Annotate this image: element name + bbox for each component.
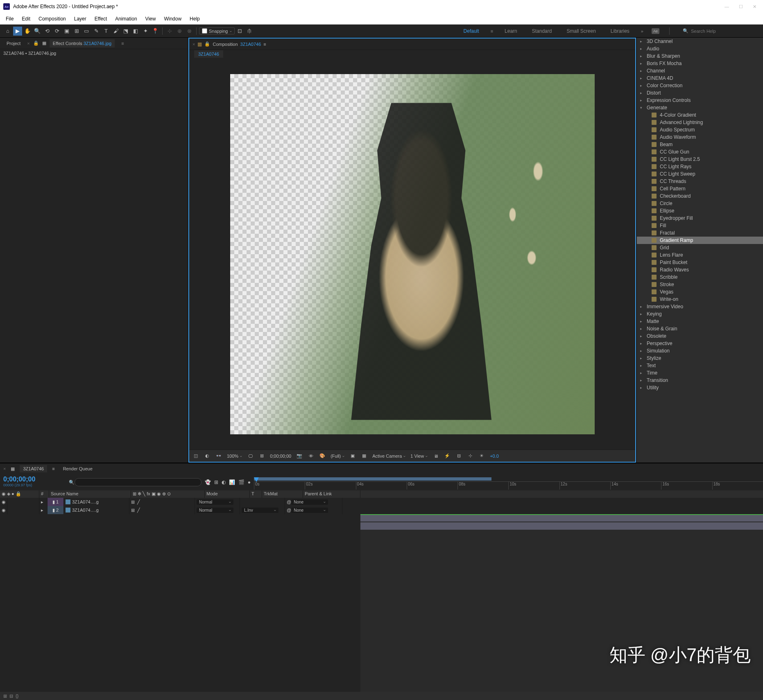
type-tool[interactable]: T [102,27,111,36]
effect-cat[interactable]: CINEMA 4D [637,75,763,82]
frame-blend-icon[interactable]: ⊞ [214,479,218,485]
orbit-tool[interactable]: ⟲ [43,27,52,36]
panel-menu-icon[interactable]: ≡ [121,41,124,46]
time-ruler[interactable]: 0s02s04s06s08s10s12s14s16s18s [254,474,763,490]
grid-icon[interactable]: ⊞ [258,453,265,459]
flowchart-icon[interactable]: ⊹ [467,453,473,459]
timeline-tab[interactable]: 3Z1A0746 [20,465,47,472]
lock-icon[interactable]: 🔒 [33,41,39,46]
pen-tool[interactable]: ✎ [92,27,101,36]
effect-cat-generate[interactable]: Generate [637,104,763,111]
timeline-search-input[interactable] [75,478,202,486]
timeline-tracks[interactable] [360,514,763,692]
alpha-icon[interactable]: ◫ [192,453,199,459]
effect-item[interactable]: Eyedropper Fill [637,215,763,222]
effect-cat[interactable]: Boris FX Mocha [637,60,763,67]
menu-layer[interactable]: Layer [70,14,91,23]
puppet-tool[interactable]: 📍 [151,27,160,36]
trkmat-dropdown[interactable]: L.Inv [242,508,278,513]
toggle-switches-icon[interactable]: ⊞ [3,693,7,699]
rect-tool[interactable]: ▭ [82,27,91,36]
shy-icon[interactable]: 👻 [205,479,211,485]
effect-item[interactable]: Grid [637,244,763,251]
viewer[interactable] [189,59,635,449]
mode-dropdown[interactable]: Normal [197,508,233,513]
effect-item[interactable]: 4-Color Gradient [637,111,763,119]
lock-icon[interactable]: 🔒 [204,41,210,47]
effect-item[interactable]: CC Light Burst 2.5 [637,156,763,163]
draft-3d-icon[interactable]: 🎬 [238,479,245,485]
comp-name[interactable]: 3Z1A0746 [240,42,261,47]
workspace-libraries[interactable]: Libraries [607,28,633,34]
visibility-icon[interactable]: ◉ [0,506,7,514]
col-source[interactable]: Source Name [49,490,131,498]
transparency-icon[interactable]: ▦ [361,453,367,459]
camera-tool[interactable]: ▣ [62,27,71,36]
selection-tool[interactable]: ▶ [13,27,22,36]
motion-blur-icon[interactable]: ◐ [222,479,226,485]
workspace-default[interactable]: Default [460,28,482,34]
effect-item[interactable]: CC Light Sweep [637,170,763,178]
effect-cat[interactable]: Color Correction [637,82,763,89]
menu-file[interactable]: File [2,14,18,23]
effect-cat[interactable]: Expression Controls [637,97,763,104]
current-time[interactable]: 0;00;00;00 [270,454,291,458]
col-num[interactable]: # [39,490,49,498]
resolution-icon[interactable]: 🖵 [247,453,254,459]
menu-animation[interactable]: Animation [111,14,141,23]
effect-item[interactable]: Stroke [637,281,763,288]
zoom-tool[interactable]: 🔍 [33,27,42,36]
parent-dropdown[interactable]: None [291,508,328,513]
local-axis-icon[interactable]: ⊹ [165,27,174,36]
snap-grid-icon[interactable]: ⊡ [235,27,245,36]
menu-view[interactable]: View [141,14,160,23]
render-queue-tab[interactable]: Render Queue [60,465,96,472]
effect-item[interactable]: Advanced Lightning [637,119,763,126]
toggle-switches-icon3[interactable]: {} [16,693,18,698]
view-axis-icon[interactable]: ⊗ [185,27,194,36]
effect-cat[interactable]: Noise & Grain [637,325,763,332]
channel-icon[interactable]: ◐ [204,453,211,459]
exposure-value[interactable]: +0.0 [490,454,499,458]
effect-item[interactable]: CC Threads [637,178,763,185]
pixel-aspect-icon[interactable]: 🖥 [432,453,439,459]
effect-cat[interactable]: Stylize [637,355,763,362]
menu-window[interactable]: Window [160,14,186,23]
effect-cat[interactable]: Keying [637,310,763,318]
close-button[interactable]: ✕ [753,4,756,9]
eraser-tool[interactable]: ◧ [131,27,140,36]
effect-cat[interactable]: Matte [637,318,763,325]
timecode[interactable]: 0;00;00;00 [3,476,62,483]
col-trkmat[interactable]: TrkMat [262,490,303,498]
layer-row[interactable]: ◉ ▸ ▮ 2 3Z1A074….g ⊞╱ Normal L.Inv @None [0,506,763,514]
workspace-small[interactable]: Small Screen [563,28,599,34]
panel-menu-icon[interactable]: ≡ [263,42,266,47]
roto-tool[interactable]: ✦ [141,27,150,36]
workspace-standard[interactable]: Standard [529,28,555,34]
rotation-tool[interactable]: ⟳ [52,27,61,36]
effect-cat[interactable]: Obsolete [637,332,763,340]
tab-effect-controls[interactable]: Effect Controls 3Z1A0746.jpg [50,39,115,47]
effect-cat[interactable]: Immersive Video [637,303,763,310]
effect-item[interactable]: Write-on [637,296,763,303]
effect-cat[interactable]: Utility [637,384,763,391]
workspace-learn[interactable]: Learn [501,28,521,34]
pan-behind-tool[interactable]: ⊞ [72,27,81,36]
maximize-button[interactable]: ☐ [739,4,743,9]
work-area-bar[interactable] [254,477,491,481]
effect-cat[interactable]: Distort [637,89,763,97]
effect-item[interactable]: Gradient Ramp [637,237,763,244]
dot-icon[interactable]: ● [248,479,251,485]
color-icon[interactable]: 🎨 [319,453,326,459]
view-dropdown[interactable]: 1 View⌵ [410,454,428,458]
clone-tool[interactable]: ⬔ [121,27,130,36]
hand-tool[interactable]: ✋ [23,27,32,36]
camera-dropdown[interactable]: Active Camera⌵ [372,454,405,458]
home-tool[interactable]: ⌂ [3,27,12,36]
effect-item[interactable]: Lens Flare [637,251,763,259]
col-parent[interactable]: Parent & Link [303,490,360,498]
effect-item[interactable]: Cell Pattern [637,185,763,192]
effect-item[interactable]: Beam [637,141,763,148]
world-axis-icon[interactable]: ⊕ [175,27,184,36]
col-mode[interactable]: Mode [205,490,250,498]
